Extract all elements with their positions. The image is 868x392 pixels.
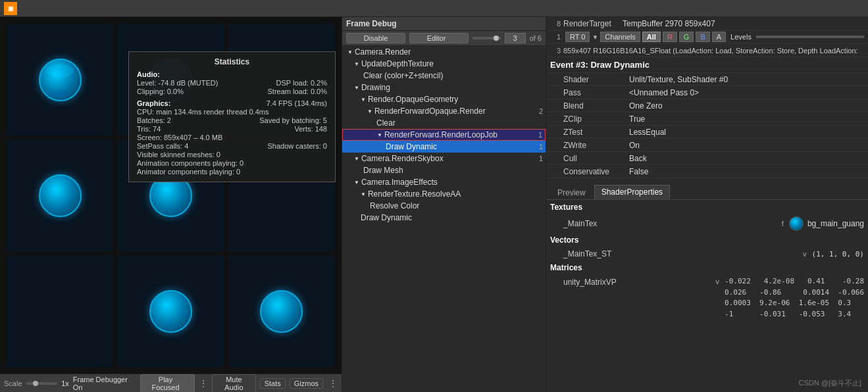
tree-item-camera-skybox[interactable]: ▼ Camera.RenderSkybox 1 bbox=[342, 153, 546, 164]
textures-section-header: Textures bbox=[546, 200, 868, 214]
stats-graphics-section: Graphics: bbox=[137, 99, 170, 107]
frame-number-input[interactable]: 3 bbox=[505, 33, 526, 43]
prop-zwrite: ZWrite On bbox=[546, 139, 868, 152]
tree-label-draw-dynamic-1: Draw Dynamic bbox=[386, 142, 536, 151]
ch-a-btn[interactable]: A bbox=[712, 32, 726, 42]
ch-r-btn[interactable]: R bbox=[663, 32, 677, 42]
pass-key: Pass bbox=[563, 88, 629, 97]
detail-tabs: Preview ShaderProperties bbox=[546, 182, 868, 200]
vector-row-maintex-st: _MainTex_ST v (1, 1, 0, 0) bbox=[546, 247, 868, 260]
tab-shader-properties[interactable]: ShaderProperties bbox=[594, 185, 670, 199]
prop-conservative: Conservative False bbox=[546, 165, 868, 178]
tree-item-render-forward-opaque[interactable]: ▼ RenderForwardOpaque.Render 2 bbox=[342, 105, 546, 117]
frame-slider-track[interactable] bbox=[472, 37, 501, 39]
shader-properties-content: Textures _MainTex f bg_main_guang Vector… bbox=[546, 200, 868, 392]
maintex-key: _MainTex bbox=[563, 219, 642, 228]
statistics-panel: Statistics Audio: Level: -74.8 dB (MUTED… bbox=[128, 51, 336, 182]
prop-ztest: ZTest LessEqual bbox=[546, 126, 868, 139]
tree-count-render-loop: 1 bbox=[538, 131, 542, 139]
render-target-key: RenderTarget bbox=[563, 19, 623, 28]
gizmos-btn[interactable]: Gizmos bbox=[290, 378, 323, 389]
tree-label-opaque-geo: Render.OpaqueGeometry bbox=[368, 95, 458, 104]
matrix-vp-key: unity_MatrixVP bbox=[563, 276, 642, 287]
tree-label-draw-dynamic-2: Draw Dynamic bbox=[361, 213, 412, 222]
frame-debug-panel: Frame Debug Disable Editor 3 of 6 ▼ Came… bbox=[342, 17, 546, 392]
maintex-type: f bbox=[782, 220, 784, 228]
stats-verts: Verts: 148 bbox=[294, 125, 327, 133]
tab-preview[interactable]: Preview bbox=[550, 185, 593, 199]
ztest-key: ZTest bbox=[563, 128, 629, 137]
texture-preview-icon bbox=[789, 216, 804, 231]
frame-debug-topbar: Frame Debug bbox=[342, 17, 546, 31]
scene-cell-4 bbox=[7, 139, 113, 251]
play-focused-btn[interactable]: Play Focused bbox=[140, 374, 195, 393]
ch-all-btn[interactable]: All bbox=[642, 32, 661, 42]
scale-label: Scale bbox=[4, 380, 22, 387]
tree-item-camera-render[interactable]: ▼ Camera.Render bbox=[342, 46, 546, 58]
shader-key: Shader bbox=[563, 75, 629, 84]
conservative-key: Conservative bbox=[563, 167, 629, 176]
tree-label-update-depth: UpdateDepthTexture bbox=[361, 59, 434, 68]
matrix-vp-type: v bbox=[716, 276, 720, 285]
frame-debug-title: Frame Debug bbox=[346, 19, 397, 28]
tree-item-render-loop-job[interactable]: ▼ RenderForward.RenderLoopJob 1 bbox=[342, 129, 546, 141]
tree-item-resolve-color[interactable]: Resolve Color bbox=[342, 200, 546, 212]
tree-item-draw-dynamic-1[interactable]: Draw Dynamic 1 bbox=[342, 141, 546, 153]
tree-count-render-forward-opaque: 2 bbox=[539, 107, 543, 115]
spinner-1 bbox=[39, 59, 82, 101]
stats-batches: Batches: 2 bbox=[137, 116, 171, 124]
tree-item-clear1[interactable]: Clear (color+Z+stencil) bbox=[342, 70, 546, 82]
tree-item-draw-mesh[interactable]: Draw Mesh bbox=[342, 164, 546, 176]
stats-btn[interactable]: Stats bbox=[260, 378, 286, 389]
tree-label-camera-skybox: Camera.RenderSkybox bbox=[361, 154, 536, 163]
ch-b-btn[interactable]: B bbox=[696, 32, 709, 42]
tree-item-update-depth[interactable]: ▼ UpdateDepthTexture bbox=[342, 58, 546, 70]
channels-btn[interactable]: Channels bbox=[600, 32, 640, 42]
tree-label-clear2: Clear bbox=[376, 118, 396, 128]
cull-val: Back bbox=[629, 154, 647, 163]
event-header: Event #3: Draw Dynamic bbox=[550, 60, 650, 70]
stats-level: Level: -74.8 dB (MUTED) bbox=[137, 79, 218, 87]
scene-cell-7 bbox=[7, 255, 113, 367]
spinner-4 bbox=[39, 174, 82, 217]
stats-animator: Animator components playing: 0 bbox=[137, 168, 327, 176]
tree-item-draw-dynamic-2[interactable]: Draw Dynamic bbox=[342, 212, 546, 224]
prop-blend: Blend One Zero bbox=[546, 99, 868, 112]
tree-item-opaque-geo[interactable]: ▼ Render.OpaqueGeometry bbox=[342, 93, 546, 105]
frame-debugger-label: Frame Debugger On bbox=[73, 376, 136, 391]
tree-label-clear1: Clear (color+Z+stencil) bbox=[363, 71, 443, 80]
stats-setpass: SetPass calls: 4 bbox=[137, 142, 188, 150]
mute-audio-btn[interactable]: Mute Audio bbox=[212, 374, 255, 393]
stats-shadow: Shadow casters: 0 bbox=[268, 142, 328, 150]
editor-btn[interactable]: Editor bbox=[409, 33, 469, 43]
maintex-st-key: _MainTex_ST bbox=[563, 249, 642, 258]
cull-key: Cull bbox=[563, 154, 629, 163]
disable-btn[interactable]: Disable bbox=[346, 33, 405, 43]
stats-screen: Screen: 859x407 – 4.0 MB bbox=[137, 134, 327, 141]
rt0-btn[interactable]: RT 0 bbox=[565, 32, 590, 42]
stats-title: Statistics bbox=[137, 57, 327, 66]
ch-g-btn[interactable]: G bbox=[679, 32, 694, 42]
levels-slider[interactable] bbox=[756, 36, 864, 38]
of-label: of 6 bbox=[530, 34, 542, 42]
blend-key: Blend bbox=[563, 101, 629, 110]
tree-item-resolve-aa[interactable]: ▼ RenderTexture.ResolveAA bbox=[342, 188, 546, 200]
tree-label-camera-render: Camera.Render bbox=[355, 47, 411, 57]
stats-saved: Saved by batching: 5 bbox=[259, 116, 327, 124]
tree-item-clear2[interactable]: Clear bbox=[342, 117, 546, 129]
texture-row-maintex: _MainTex f bg_main_guang bbox=[546, 214, 868, 233]
tree-scroll[interactable]: ▼ Camera.Render ▼ UpdateDepthTexture Cle… bbox=[342, 46, 546, 392]
scale-slider[interactable] bbox=[26, 382, 58, 385]
dots-end-icon[interactable]: ⋮ bbox=[328, 378, 338, 389]
tree-item-drawing[interactable]: ▼ Drawing bbox=[342, 82, 546, 93]
tree-label-resolve-aa: RenderTexture.ResolveAA bbox=[368, 189, 461, 199]
ztest-val: LessEqual bbox=[629, 128, 666, 137]
stats-clipping: Clipping: 0.0% bbox=[137, 87, 184, 95]
tree-item-image-effects[interactable]: ▼ Camera.ImageEffects bbox=[342, 176, 546, 188]
spinner-8 bbox=[149, 290, 192, 333]
vectors-section-header: Vectors bbox=[546, 233, 868, 247]
stats-fps: 7.4 FPS (134.4ms) bbox=[267, 99, 327, 107]
tree-count-camera-skybox: 1 bbox=[539, 155, 543, 162]
dots-menu-icon[interactable]: ⋮ bbox=[199, 378, 208, 389]
matrix-vp-val: -0.022 4.2e-08 0.41 -0.28 0.026 -0.86 0.… bbox=[725, 276, 864, 320]
